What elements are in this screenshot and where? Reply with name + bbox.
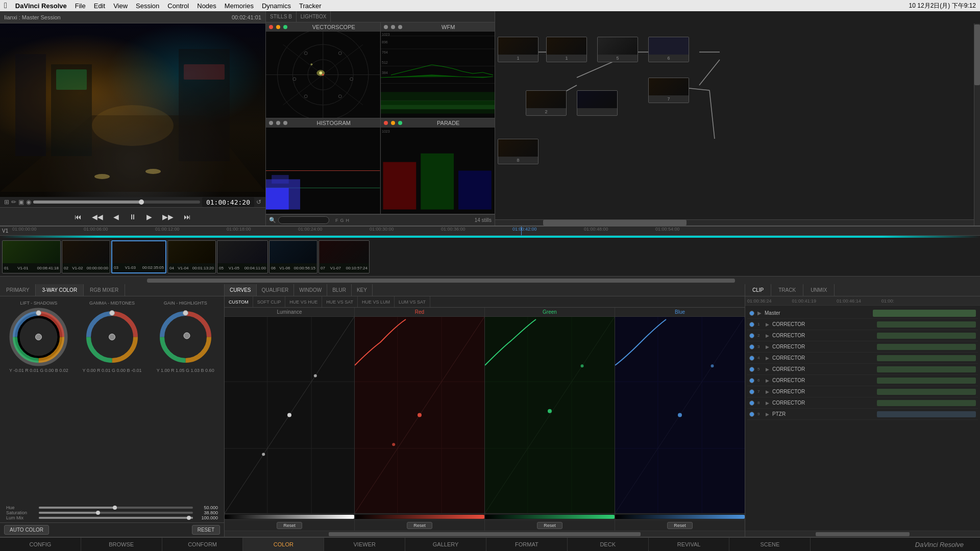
ng-expand-1[interactable]: ▶ <box>766 322 769 327</box>
preview-icon-grid[interactable]: ⊞ <box>4 198 9 206</box>
subtab-hue-sat[interactable]: HUE VS SAT <box>322 296 358 307</box>
nodes-hscrollbar-thumb[interactable] <box>543 220 687 226</box>
subtab-lum-sat[interactable]: LUM VS SAT <box>395 296 430 307</box>
hist-close-btn[interactable] <box>269 121 273 125</box>
menu-edit[interactable]: Edit <box>94 2 105 10</box>
progress-track[interactable] <box>33 201 200 204</box>
node-4[interactable]: 6 <box>648 37 689 62</box>
ng-eye-1[interactable] <box>749 322 754 327</box>
nav-viewer[interactable]: VIEWER <box>324 538 405 551</box>
nodes-hscrollbar[interactable] <box>495 219 974 226</box>
ng-tab-unmix[interactable]: UNMIX <box>803 284 835 296</box>
red-curve-canvas[interactable] <box>355 317 484 513</box>
pause-button[interactable]: ⏸ <box>127 212 138 222</box>
ng-hscrollbar[interactable] <box>745 531 980 537</box>
ng-expand-5[interactable]: ▶ <box>766 367 769 372</box>
green-curve-canvas[interactable] <box>485 317 615 513</box>
scope-tab-stills[interactable]: STILLS B <box>266 11 297 22</box>
clip-02[interactable]: 02 V1-02 00:00:00:00 <box>62 240 110 273</box>
menu-control[interactable]: Control <box>167 2 189 10</box>
ng-expand-6[interactable]: ▶ <box>766 378 769 383</box>
ng-eye-7[interactable] <box>749 389 754 394</box>
node-7[interactable]: 7 <box>648 78 689 103</box>
cw-tab-3way[interactable]: 3-WAY COLOR <box>36 284 84 296</box>
node-1[interactable]: 1 <box>498 37 538 62</box>
wfm-minimize-btn[interactable] <box>391 25 395 29</box>
nav-format[interactable]: FORMAT <box>486 538 568 551</box>
timeline-scrollbar[interactable] <box>0 276 980 284</box>
menu-session[interactable]: Session <box>136 2 159 10</box>
nav-browse[interactable]: BROWSE <box>81 538 162 551</box>
timeline-ruler[interactable]: V1 01:00:00:00 01:00:06:00 01:00:12:00 0… <box>0 227 980 236</box>
cw-tab-rgb[interactable]: RGB MIXER <box>84 284 125 296</box>
node-5[interactable]: 2 <box>526 90 567 116</box>
node-2[interactable]: 1 <box>546 37 587 62</box>
progress-thumb[interactable] <box>139 199 144 205</box>
luminance-slider[interactable] <box>225 513 354 519</box>
clip-05[interactable]: 05 V1-05 00:04:11:00 <box>217 240 268 273</box>
hue-thumb[interactable] <box>113 506 117 510</box>
wfm-zoom-btn[interactable] <box>398 25 402 29</box>
ng-eye-master[interactable] <box>749 311 754 316</box>
wfm-close-btn[interactable] <box>384 25 388 29</box>
prev-frame-button[interactable]: ◀ <box>111 212 121 222</box>
preview-progress-bar[interactable]: ⊞ ✏ ▣ ◉ 01:00:42:20 ↺ <box>0 197 265 207</box>
green-reset-button[interactable]: Reset <box>537 522 562 529</box>
lum-mix-slider[interactable] <box>39 517 193 519</box>
hue-slider[interactable] <box>39 507 193 509</box>
gain-wheel[interactable] <box>156 308 215 366</box>
luminance-curve-canvas[interactable] <box>225 317 354 513</box>
menu-dynamics[interactable]: Dynamics <box>262 2 291 10</box>
nav-scene[interactable]: SCENE <box>729 538 811 551</box>
gamma-wheel[interactable] <box>83 308 141 366</box>
skip-to-end-button[interactable]: ⏭ <box>182 212 193 222</box>
nav-conform[interactable]: CONFORM <box>162 538 243 551</box>
skip-to-start-button[interactable]: ⏮ <box>72 212 84 222</box>
nodes-scrollbar-thumb[interactable] <box>974 24 980 85</box>
ng-expand-master[interactable]: ▶ <box>757 310 762 316</box>
hist-zoom-btn[interactable] <box>283 121 287 125</box>
tab-key[interactable]: KEY <box>352 284 373 296</box>
nav-color[interactable]: COLOR <box>243 538 324 551</box>
ng-eye-3[interactable] <box>749 344 754 349</box>
menu-file[interactable]: File <box>75 2 86 10</box>
tab-qualifier[interactable]: QUALIFIER <box>257 284 295 296</box>
red-reset-button[interactable]: Reset <box>407 522 432 529</box>
clip-01[interactable]: 01 V1-01 00:06:41:18 <box>2 240 61 273</box>
stills-search-input[interactable] <box>278 216 329 224</box>
vs-zoom-btn[interactable] <box>283 25 287 29</box>
loop-icon[interactable]: ↺ <box>256 198 261 206</box>
vs-minimize-btn[interactable] <box>276 25 280 29</box>
luminance-reset-button[interactable]: Reset <box>277 522 302 529</box>
ng-tab-clip[interactable]: CLIP <box>745 284 771 296</box>
rewind-button[interactable]: ◀◀ <box>90 212 105 222</box>
clip-06[interactable]: 06 V1-06 00:00:56:15 <box>269 240 317 273</box>
preview-icon-circle[interactable]: ◉ <box>26 198 31 206</box>
blue-reset-button[interactable]: Reset <box>667 522 693 529</box>
cw-tab-primary[interactable]: PRIMARY <box>0 284 36 296</box>
ng-eye-5[interactable] <box>749 367 754 372</box>
menu-memories[interactable]: Memories <box>225 2 254 10</box>
nav-revival[interactable]: REVIVAL <box>649 538 730 551</box>
reset-button[interactable]: RESET <box>192 525 220 535</box>
clip-03[interactable]: 03 V1-03 00:02:35:05 <box>111 240 166 273</box>
play-button[interactable]: ▶ <box>144 212 154 222</box>
curves-scroll-thumb[interactable] <box>329 532 641 536</box>
menu-view[interactable]: View <box>113 2 128 10</box>
ng-expand-7[interactable]: ▶ <box>766 389 769 394</box>
parade-minimize-btn[interactable] <box>391 121 395 125</box>
hist-minimize-btn[interactable] <box>276 121 280 125</box>
subtab-custom[interactable]: CUSTOM <box>225 296 253 307</box>
scope-tab-lightbox[interactable]: LIGHTBOX <box>297 11 331 22</box>
subtab-hue-lum[interactable]: HUE VS LUM <box>358 296 395 307</box>
preview-icon-box[interactable]: ▣ <box>18 198 24 206</box>
vs-close-btn[interactable] <box>269 25 273 29</box>
curves-vscrollbar[interactable] <box>225 531 745 537</box>
ng-eye-8[interactable] <box>749 400 754 406</box>
ng-expand-3[interactable]: ▶ <box>766 344 769 349</box>
nav-config[interactable]: CONFIG <box>0 538 81 551</box>
tab-blur[interactable]: BLUR <box>327 284 352 296</box>
parade-close-btn[interactable] <box>384 121 388 125</box>
menu-tracker[interactable]: Tracker <box>299 2 322 10</box>
node-3[interactable]: 5 <box>597 37 638 62</box>
